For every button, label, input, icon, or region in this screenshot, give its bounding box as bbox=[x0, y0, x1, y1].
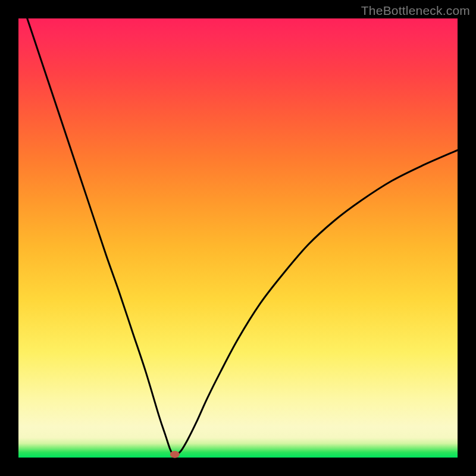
watermark-text: TheBottleneck.com bbox=[361, 4, 470, 18]
chart-frame: TheBottleneck.com bbox=[0, 0, 476, 476]
bottleneck-curve bbox=[27, 18, 458, 455]
chart-svg bbox=[18, 18, 458, 458]
plot-area bbox=[18, 18, 458, 458]
minimum-marker bbox=[170, 451, 180, 458]
